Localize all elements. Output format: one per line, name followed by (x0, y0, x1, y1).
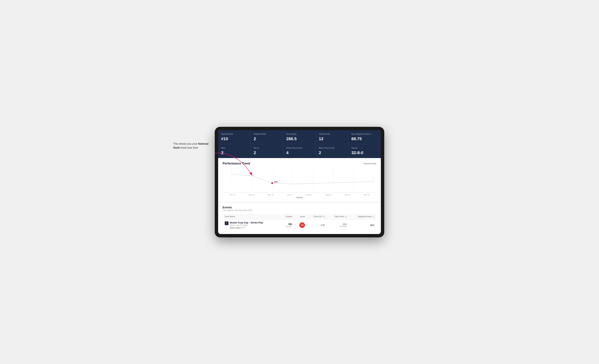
weighted-points-info-icon[interactable]: i (372, 216, 374, 218)
chart-x-label-oct23: OCT 23 (223, 194, 242, 196)
stat-record: Record 32-8-0 (348, 144, 381, 158)
stat-national-rank: National Rank #10 (218, 130, 251, 144)
chart-x-label-mar24: MAR 24 (319, 194, 338, 196)
performance-section: Performance Trend National Rank (218, 158, 381, 202)
event-type-icon: 🏌 (225, 221, 229, 225)
table-row: 🏌 Buster Cozy Cup – Stroke Play Oct 9 – … (223, 219, 376, 231)
chart-x-label-apr24: APR 24 (338, 194, 357, 196)
event-rank-impact: Rank Impact: 3 ▼ (230, 227, 263, 229)
col-event-sg: Event SG i (307, 214, 327, 219)
stat-match-play-events: Match Play Events 2 (316, 144, 348, 158)
svg-point-9 (271, 182, 273, 184)
col-weighted-points: Weighted Points i (349, 214, 376, 219)
stats-grid-row1: National Rank #10 Regional Rank 2 Scorin… (218, 130, 381, 144)
performance-header: Performance Trend National Rank (223, 162, 376, 165)
chart-x-label-feb24: FEB 24 (300, 194, 319, 196)
events-title: Events (223, 206, 376, 209)
score-badge: -22 (299, 222, 305, 228)
stat-wins: Wins 2 (218, 144, 251, 158)
event-details: Buster Cozy Cup – Stroke Play Oct 9 – Oc… (230, 221, 263, 229)
col-score: Score (294, 214, 307, 219)
total-points-info-icon[interactable]: i (345, 216, 347, 218)
event-date: Oct 9 – Oct 10, 2023 (230, 224, 263, 226)
events-section: Events Last updated: 24th November 2023 … (218, 202, 381, 234)
event-score-cell: -22 (294, 219, 307, 231)
chart-x-label-jan24: JAN 24 (280, 194, 300, 196)
stat-regional-rank: Regional Rank 2 (251, 130, 283, 144)
col-total-points: Total Points i (327, 214, 349, 219)
chart-x-label-nov23: NOV 23 (242, 194, 261, 196)
tablet-device: National Rank #10 Regional Rank 2 Scorin… (215, 127, 384, 237)
performance-label: National Rank (363, 162, 376, 165)
weighted-points-cell: 28.3 (349, 219, 376, 231)
chart-x-labels: OCT 23 NOV 23 DEC 23 JAN 24 FEB 24 MAR 2… (223, 193, 376, 196)
stat-top3s: Top 3s 2 (251, 144, 283, 158)
stat-avg-weighted-points: Avg. Weighted Points ⓘ 68.75 (348, 130, 381, 144)
chart-x-label-dec23: DEC 23 (261, 194, 280, 196)
total-points-cell: 28.3 3 Rounds (327, 219, 349, 231)
events-table-header-row: Event Name Position Score Event SG i (223, 214, 376, 219)
svg-text:#10: #10 (274, 181, 278, 183)
stat-total-rounds: Total Rounds 12 (316, 130, 348, 144)
event-sg-cell: 0.45 (307, 219, 327, 231)
tablet-screen: National Rank #10 Regional Rank 2 Scorin… (218, 130, 381, 234)
col-position: Position (280, 214, 294, 219)
event-sg-info-icon[interactable]: i (323, 216, 325, 218)
chart-x-axis-title: Months (223, 196, 376, 199)
col-event-name: Event Name (223, 214, 280, 219)
annotation-text: This shows you your National Rank trend … (173, 142, 211, 150)
event-position-cell: 6th out of 7 (280, 219, 294, 231)
event-name-cell: 🏌 Buster Cozy Cup – Stroke Play Oct 9 – … (223, 219, 280, 231)
stats-grid-row2: Wins 2 Top 3s 2 Stroke Play Events 4 Mat… (218, 144, 381, 158)
events-table: Event Name Position Score Event SG i (223, 214, 376, 231)
performance-title: Performance Trend (223, 162, 250, 165)
stat-scoring-avg: Scoring Avg. 286.5 (283, 130, 316, 144)
chart-area: #10 (223, 168, 376, 193)
chart-x-label-may24: MAY 24 (357, 194, 376, 196)
stat-stroke-play-events: Stroke Play Events 4 (283, 144, 316, 158)
chart-svg: #10 (223, 168, 376, 193)
events-last-updated: Last updated: 24th November 2023 (223, 209, 376, 211)
event-name: Buster Cozy Cup – Stroke Play (230, 221, 263, 224)
